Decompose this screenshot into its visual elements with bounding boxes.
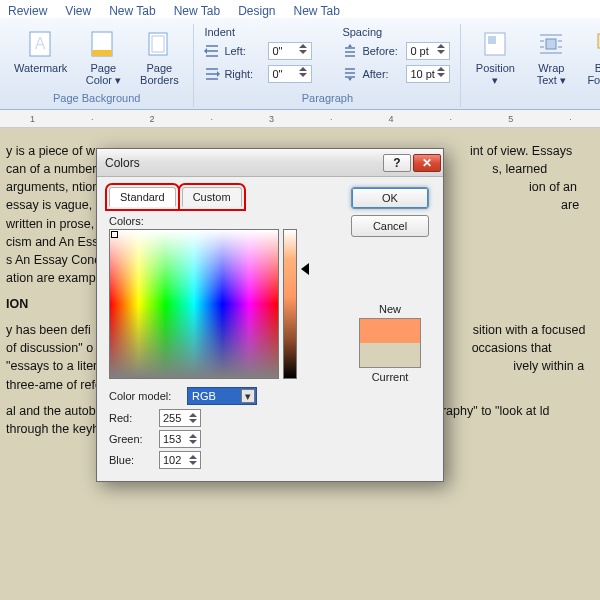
spacing-after-input[interactable]: 10 pt [406,65,450,83]
watermark-button[interactable]: A Watermark [10,26,71,76]
spacing-after-label: After: [362,68,402,80]
indent-left-input[interactable]: 0" [268,42,312,60]
watermark-icon: A [25,28,57,60]
green-label: Green: [109,433,153,445]
tab-custom[interactable]: Custom [182,187,242,207]
current-color-swatch [360,343,420,367]
indent-right-input[interactable]: 0" [268,65,312,83]
indent-left-icon [204,43,220,59]
tab-view[interactable]: View [65,4,91,18]
bring-forward-button[interactable]: Bring Forward ▾ [583,26,600,100]
indent-right-label: Right: [224,68,264,80]
color-preview-swatch [359,318,421,368]
luminance-arrow-icon [301,263,309,275]
dialog-title: Colors [105,156,140,170]
wrap-text-button[interactable]: Wrap Text ▾ [527,26,575,88]
help-button[interactable]: ? [383,154,411,172]
horizontal-ruler[interactable]: 1· 2· 3· 4· 5· 6· [0,110,600,128]
ribbon-tab-row: Review View New Tab New Tab Design New T… [0,0,600,18]
wrap-text-icon [535,28,567,60]
spacing-before-input[interactable]: 0 pt [406,42,450,60]
indent-right-icon [204,66,220,82]
svg-text:A: A [34,35,45,52]
position-label: Position ▾ [475,62,515,86]
tab-standard[interactable]: Standard [109,187,176,207]
position-icon [479,28,511,60]
indent-left-label: Left: [224,45,264,57]
tab-newtab1[interactable]: New Tab [109,4,155,18]
spacing-header: Spacing [342,26,450,38]
indent-header: Indent [204,26,312,38]
svg-rect-7 [488,36,496,44]
page-color-icon [87,28,119,60]
dropdown-arrow-icon: ▾ [241,389,255,403]
cancel-button[interactable]: Cancel [351,215,429,237]
tab-newtab2[interactable]: New Tab [174,4,220,18]
position-button[interactable]: Position ▾ [471,26,519,88]
red-input[interactable]: 255 [159,409,201,427]
close-button[interactable]: ✕ [413,154,441,172]
svg-rect-8 [546,39,556,49]
wrap-text-label: Wrap Text ▾ [537,62,566,86]
color-model-select[interactable]: RGB ▾ [187,387,257,405]
color-spectrum[interactable] [109,229,279,379]
colors-dialog: Colors ? ✕ Standard Custom Colors: Color… [96,148,444,482]
page-borders-label: Page Borders [140,62,179,86]
red-label: Red: [109,412,153,424]
spacing-before-label: Before: [362,45,402,57]
new-color-swatch [360,319,420,343]
color-model-label: Color model: [109,390,181,402]
page-color-label: Page Color ▾ [86,62,121,86]
group-arrange: Position ▾ Wrap Text ▾ Bring Forward ▾ [461,24,600,107]
watermark-label: Watermark [14,62,67,74]
luminance-slider[interactable] [283,229,297,379]
current-label: Current [372,371,409,383]
group-title-page-bg: Page Background [10,90,183,107]
group-title-paragraph: Paragraph [204,90,450,107]
ribbon: A Watermark Page Color ▾ Page Borders Pa… [0,18,600,110]
svg-rect-3 [92,50,112,56]
spacing-after-icon [342,66,358,82]
bring-forward-label: Bring Forward ▾ [587,62,600,98]
dialog-titlebar[interactable]: Colors ? ✕ [97,149,443,177]
spectrum-cursor-icon [112,232,117,237]
colors-label: Colors: [109,215,337,227]
tab-newtab3[interactable]: New Tab [293,4,339,18]
bring-forward-icon [592,28,600,60]
tab-review[interactable]: Review [8,4,47,18]
blue-label: Blue: [109,454,153,466]
group-paragraph: Indent Left: 0" Right: 0" Spacing Before… [194,24,461,107]
page-borders-icon [143,28,175,60]
group-page-background: A Watermark Page Color ▾ Page Borders Pa… [0,24,194,107]
green-input[interactable]: 153 [159,430,201,448]
page-color-button[interactable]: Page Color ▾ [79,26,127,88]
page-borders-button[interactable]: Page Borders [135,26,183,88]
new-label: New [379,303,401,315]
blue-input[interactable]: 102 [159,451,201,469]
spacing-before-icon [342,43,358,59]
ok-button[interactable]: OK [351,187,429,209]
tab-design[interactable]: Design [238,4,275,18]
